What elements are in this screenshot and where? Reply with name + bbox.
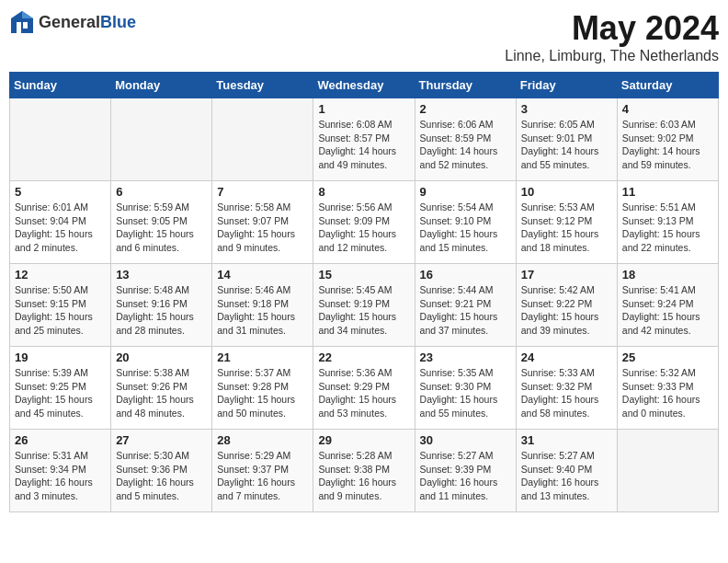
day-info: Sunrise: 5:59 AMSunset: 9:05 PMDaylight:… xyxy=(116,201,207,255)
calendar-cell: 1Sunrise: 6:08 AMSunset: 8:57 PMDaylight… xyxy=(313,98,415,181)
calendar-cell: 25Sunrise: 5:32 AMSunset: 9:33 PMDayligh… xyxy=(617,347,718,430)
calendar-cell: 2Sunrise: 6:06 AMSunset: 8:59 PMDaylight… xyxy=(415,98,516,181)
header-row: SundayMondayTuesdayWednesdayThursdayFrid… xyxy=(10,73,719,98)
calendar-cell: 27Sunrise: 5:30 AMSunset: 9:36 PMDayligh… xyxy=(111,430,212,512)
day-number: 2 xyxy=(420,102,511,116)
day-number: 21 xyxy=(217,350,308,364)
calendar-cell: 5Sunrise: 6:01 AMSunset: 9:04 PMDaylight… xyxy=(10,181,111,264)
calendar-cell: 15Sunrise: 5:45 AMSunset: 9:19 PMDayligh… xyxy=(313,264,415,347)
calendar-cell: 26Sunrise: 5:31 AMSunset: 9:34 PMDayligh… xyxy=(10,430,111,512)
logo-text-blue: Blue xyxy=(100,13,136,31)
day-number: 22 xyxy=(318,350,409,364)
logo: GeneralBlue xyxy=(9,9,136,35)
day-number: 4 xyxy=(622,102,713,116)
header-cell-monday: Monday xyxy=(111,73,212,98)
day-number: 11 xyxy=(622,185,713,199)
calendar-cell xyxy=(10,98,111,181)
calendar-cell: 4Sunrise: 6:03 AMSunset: 9:02 PMDaylight… xyxy=(617,98,718,181)
calendar-cell: 8Sunrise: 5:56 AMSunset: 9:09 PMDaylight… xyxy=(313,181,415,264)
day-number: 16 xyxy=(420,268,511,282)
day-number: 5 xyxy=(15,185,106,199)
day-info: Sunrise: 5:58 AMSunset: 9:07 PMDaylight:… xyxy=(217,201,308,255)
day-number: 17 xyxy=(521,268,612,282)
calendar-cell: 9Sunrise: 5:54 AMSunset: 9:10 PMDaylight… xyxy=(415,181,516,264)
week-row-2: 5Sunrise: 6:01 AMSunset: 9:04 PMDaylight… xyxy=(10,181,719,264)
day-number: 19 xyxy=(15,350,106,364)
day-info: Sunrise: 5:33 AMSunset: 9:32 PMDaylight:… xyxy=(521,366,612,420)
day-info: Sunrise: 5:27 AMSunset: 9:40 PMDaylight:… xyxy=(521,449,612,503)
day-number: 15 xyxy=(318,268,409,282)
calendar-cell xyxy=(212,98,313,181)
day-info: Sunrise: 5:51 AMSunset: 9:13 PMDaylight:… xyxy=(622,201,713,255)
calendar-cell: 3Sunrise: 6:05 AMSunset: 9:01 PMDaylight… xyxy=(516,98,617,181)
day-number: 9 xyxy=(420,185,511,199)
day-info: Sunrise: 6:01 AMSunset: 9:04 PMDaylight:… xyxy=(15,201,106,255)
calendar-cell: 20Sunrise: 5:38 AMSunset: 9:26 PMDayligh… xyxy=(111,347,212,430)
calendar-cell: 14Sunrise: 5:46 AMSunset: 9:18 PMDayligh… xyxy=(212,264,313,347)
header-cell-tuesday: Tuesday xyxy=(212,73,313,98)
calendar-cell: 28Sunrise: 5:29 AMSunset: 9:37 PMDayligh… xyxy=(212,430,313,512)
header-cell-sunday: Sunday xyxy=(10,73,111,98)
day-info: Sunrise: 5:41 AMSunset: 9:24 PMDaylight:… xyxy=(622,283,713,338)
calendar-cell xyxy=(617,430,718,512)
calendar-cell: 6Sunrise: 5:59 AMSunset: 9:05 PMDaylight… xyxy=(111,181,212,264)
day-info: Sunrise: 5:56 AMSunset: 9:09 PMDaylight:… xyxy=(318,201,409,255)
week-row-4: 19Sunrise: 5:39 AMSunset: 9:25 PMDayligh… xyxy=(10,347,719,430)
day-info: Sunrise: 5:54 AMSunset: 9:10 PMDaylight:… xyxy=(420,201,511,255)
day-info: Sunrise: 5:36 AMSunset: 9:29 PMDaylight:… xyxy=(318,366,409,420)
day-info: Sunrise: 5:42 AMSunset: 9:22 PMDaylight:… xyxy=(521,283,612,338)
calendar-cell: 10Sunrise: 5:53 AMSunset: 9:12 PMDayligh… xyxy=(516,181,617,264)
day-number: 29 xyxy=(318,433,409,447)
calendar-cell: 11Sunrise: 5:51 AMSunset: 9:13 PMDayligh… xyxy=(617,181,718,264)
day-number: 27 xyxy=(116,433,207,447)
day-info: Sunrise: 5:39 AMSunset: 9:25 PMDaylight:… xyxy=(15,366,106,420)
header-cell-wednesday: Wednesday xyxy=(313,73,415,98)
day-number: 7 xyxy=(217,185,308,199)
day-info: Sunrise: 5:38 AMSunset: 9:26 PMDaylight:… xyxy=(116,366,207,420)
week-row-5: 26Sunrise: 5:31 AMSunset: 9:34 PMDayligh… xyxy=(10,430,719,512)
day-number: 6 xyxy=(116,185,207,199)
day-info: Sunrise: 5:29 AMSunset: 9:37 PMDaylight:… xyxy=(217,449,308,503)
day-info: Sunrise: 5:44 AMSunset: 9:21 PMDaylight:… xyxy=(420,283,511,338)
day-info: Sunrise: 5:32 AMSunset: 9:33 PMDaylight:… xyxy=(622,366,713,420)
header-cell-friday: Friday xyxy=(516,73,617,98)
calendar-cell: 30Sunrise: 5:27 AMSunset: 9:39 PMDayligh… xyxy=(415,430,516,512)
calendar-title: May 2024 xyxy=(505,9,719,48)
calendar-cell: 16Sunrise: 5:44 AMSunset: 9:21 PMDayligh… xyxy=(415,264,516,347)
calendar-subtitle: Linne, Limburg, The Netherlands xyxy=(505,48,719,64)
day-number: 3 xyxy=(521,102,612,116)
calendar-cell: 21Sunrise: 5:37 AMSunset: 9:28 PMDayligh… xyxy=(212,347,313,430)
calendar-cell: 22Sunrise: 5:36 AMSunset: 9:29 PMDayligh… xyxy=(313,347,415,430)
day-info: Sunrise: 5:46 AMSunset: 9:18 PMDaylight:… xyxy=(217,283,308,338)
day-info: Sunrise: 5:53 AMSunset: 9:12 PMDaylight:… xyxy=(521,201,612,255)
calendar-cell: 24Sunrise: 5:33 AMSunset: 9:32 PMDayligh… xyxy=(516,347,617,430)
logo-icon xyxy=(9,9,35,35)
day-number: 13 xyxy=(116,268,207,282)
calendar-cell: 18Sunrise: 5:41 AMSunset: 9:24 PMDayligh… xyxy=(617,264,718,347)
calendar-cell: 7Sunrise: 5:58 AMSunset: 9:07 PMDaylight… xyxy=(212,181,313,264)
day-info: Sunrise: 5:45 AMSunset: 9:19 PMDaylight:… xyxy=(318,283,409,338)
svg-marker-1 xyxy=(22,11,33,18)
calendar-table: SundayMondayTuesdayWednesdayThursdayFrid… xyxy=(9,72,719,512)
day-number: 12 xyxy=(15,268,106,282)
day-info: Sunrise: 6:05 AMSunset: 9:01 PMDaylight:… xyxy=(521,118,612,172)
day-number: 31 xyxy=(521,433,612,447)
day-number: 30 xyxy=(420,433,511,447)
day-info: Sunrise: 5:37 AMSunset: 9:28 PMDaylight:… xyxy=(217,366,308,420)
calendar-cell: 23Sunrise: 5:35 AMSunset: 9:30 PMDayligh… xyxy=(415,347,516,430)
day-number: 10 xyxy=(521,185,612,199)
day-number: 23 xyxy=(420,350,511,364)
day-number: 26 xyxy=(15,433,106,447)
calendar-cell: 31Sunrise: 5:27 AMSunset: 9:40 PMDayligh… xyxy=(516,430,617,512)
day-number: 24 xyxy=(521,350,612,364)
svg-rect-3 xyxy=(23,22,28,29)
header: GeneralBlue May 2024 Linne, Limburg, The… xyxy=(9,9,719,64)
calendar-cell xyxy=(111,98,212,181)
day-info: Sunrise: 6:03 AMSunset: 9:02 PMDaylight:… xyxy=(622,118,713,172)
calendar-cell: 12Sunrise: 5:50 AMSunset: 9:15 PMDayligh… xyxy=(10,264,111,347)
calendar-cell: 29Sunrise: 5:28 AMSunset: 9:38 PMDayligh… xyxy=(313,430,415,512)
day-number: 20 xyxy=(116,350,207,364)
day-info: Sunrise: 6:08 AMSunset: 8:57 PMDaylight:… xyxy=(318,118,409,172)
logo-text-general: General xyxy=(39,13,100,31)
day-number: 14 xyxy=(217,268,308,282)
